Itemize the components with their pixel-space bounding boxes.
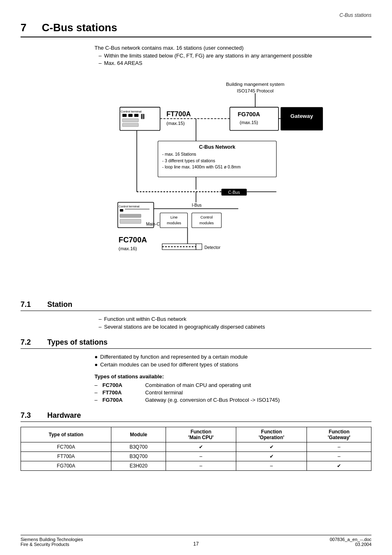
footer-right: 007836_a_en_--.doc 03.2004 xyxy=(330,537,371,547)
type-row-fc700a: – FC700A Combination of main CPU and ope… xyxy=(95,382,371,388)
cell-module-2: B3Q700 xyxy=(111,452,166,461)
svg-text:ISO1745 Protocol: ISO1745 Protocol xyxy=(237,88,273,93)
svg-text:(max.16): (max.16) xyxy=(119,246,137,251)
svg-text:FG700A: FG700A xyxy=(238,111,260,118)
types-available-label: Types of stations available: xyxy=(95,373,371,380)
section72-title: 7.2 Types of stations xyxy=(21,338,371,349)
intro-section: The C-Bus network contains max. 16 stati… xyxy=(95,45,371,66)
svg-rect-5 xyxy=(230,107,278,131)
svg-text:FT700A: FT700A xyxy=(166,111,191,118)
cell-maincpu-3: – xyxy=(166,461,236,471)
svg-text:Building mangement system: Building mangement system xyxy=(226,82,284,87)
svg-rect-53 xyxy=(196,244,202,249)
col-header-operation: Function'Operation' xyxy=(236,427,307,442)
svg-text:C-Bus Network: C-Bus Network xyxy=(199,144,235,150)
footer-doc: 007836_a_en_--.doc xyxy=(330,537,371,542)
cell-gateway-2: – xyxy=(307,452,371,461)
svg-text:(max.15): (max.15) xyxy=(240,120,258,125)
svg-text:modules: modules xyxy=(167,221,181,225)
intro-bullet1: – Within the limits stated below (FC, FT… xyxy=(99,53,371,59)
col-header-module: Module xyxy=(111,427,166,442)
diagram: Building mangement system ISO1745 Protoc… xyxy=(52,74,340,288)
section71-title: 7.1 Station xyxy=(21,300,371,311)
svg-text:- max. 16 Stations: - max. 16 Stations xyxy=(162,152,196,157)
svg-rect-51 xyxy=(162,244,196,249)
svg-rect-15 xyxy=(122,123,138,127)
svg-text:(max.15): (max.15) xyxy=(166,121,185,126)
cell-station-3: FG700A xyxy=(21,461,111,471)
s71-bullet1: – Function unit within C-Bus network xyxy=(99,316,371,322)
cell-maincpu-1: ✔ xyxy=(166,442,236,452)
s71-bullet2: – Several stations are be located in geo… xyxy=(99,324,371,330)
chapter-title: 7 C-Bus stations xyxy=(21,21,371,37)
cell-gateway-1: – xyxy=(307,442,371,452)
cell-gateway-3: ✔ xyxy=(307,461,371,471)
svg-text:Line: Line xyxy=(171,215,178,219)
cell-module-1: B3Q700 xyxy=(111,442,166,452)
svg-text:Control: Control xyxy=(201,215,213,219)
footer-left: Siemens Building Technologies Fire & Sec… xyxy=(21,537,83,547)
cell-module-3: E3H020 xyxy=(111,461,166,471)
svg-rect-12 xyxy=(128,114,132,117)
cell-station-1: FC700A xyxy=(21,442,111,452)
intro-line1: The C-Bus network contains max. 16 stati… xyxy=(95,45,371,51)
cell-operation-1: ✔ xyxy=(236,442,307,452)
svg-rect-37 xyxy=(120,214,141,217)
type-row-fg700a: – FG700A Gateway (e.g. conversion of C-B… xyxy=(95,397,371,403)
footer-company: Siemens Building Technologies xyxy=(21,537,83,542)
section72-content: ● Differentiated by function and represe… xyxy=(95,354,371,403)
svg-text:Control terminal: Control terminal xyxy=(121,110,142,113)
svg-text:Detector: Detector xyxy=(205,245,221,250)
s72-bullet1: ● Differentiated by function and represe… xyxy=(95,354,371,360)
svg-text:- 3 different types of station: - 3 different types of stations xyxy=(162,159,215,163)
svg-rect-11 xyxy=(122,114,127,117)
table-row: FC700A B3Q700 ✔ ✔ – xyxy=(21,442,371,452)
svg-rect-35 xyxy=(120,209,123,212)
svg-text:C-Bus: C-Bus xyxy=(228,190,240,195)
cell-maincpu-2: – xyxy=(166,452,236,461)
svg-text:I-Bus: I-Bus xyxy=(192,203,202,207)
hardware-table-section: Type of station Module Function'Main CPU… xyxy=(21,427,371,471)
svg-text:Gateway: Gateway xyxy=(291,113,314,119)
col-header-gateway: Function'Gateway' xyxy=(307,427,371,442)
footer-division: Fire & Security Products xyxy=(21,542,83,547)
table-row: FG700A E3H020 – – ✔ xyxy=(21,461,371,471)
col-header-station: Type of station xyxy=(21,427,111,442)
type-row-ft700a: – FT700A Control terminal xyxy=(95,389,371,396)
chapter-header: C-Bus stations xyxy=(21,12,371,18)
cell-operation-2: ✔ xyxy=(236,452,307,461)
svg-rect-14 xyxy=(122,119,138,122)
svg-text:FC700A: FC700A xyxy=(119,235,147,244)
cell-operation-3: – xyxy=(236,461,307,471)
col-header-maincpu: Function'Main CPU' xyxy=(166,427,236,442)
svg-rect-13 xyxy=(134,114,138,117)
section73-title: 7.3 Hardware xyxy=(21,411,371,422)
section71-content: – Function unit within C-Bus network – S… xyxy=(95,316,371,330)
s72-bullet2: ● Certain modules can be used for differ… xyxy=(95,362,371,368)
diagram-svg: Building mangement system ISO1745 Protoc… xyxy=(52,74,340,288)
svg-rect-38 xyxy=(120,219,141,223)
footer: Siemens Building Technologies Fire & Sec… xyxy=(21,535,371,547)
svg-text:modules: modules xyxy=(199,221,214,225)
table-row: FT700A B3Q700 – ✔ – xyxy=(21,452,371,461)
hardware-table: Type of station Module Function'Main CPU… xyxy=(21,427,371,471)
cell-station-2: FT700A xyxy=(21,452,111,461)
intro-bullet2: – Max. 64 AREAS xyxy=(99,60,371,66)
svg-text:Control terminal: Control terminal xyxy=(119,205,140,208)
footer-date: 03.2004 xyxy=(330,542,371,547)
svg-text:- loop line max. 1400m with G5: - loop line max. 1400m with G51 ø 0.8mm xyxy=(162,165,241,169)
